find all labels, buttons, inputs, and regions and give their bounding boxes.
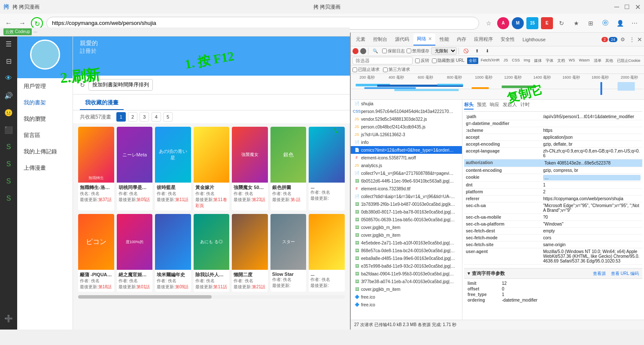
minimize-btn[interactable]: ─ <box>614 3 619 11</box>
devtools-tab-lighthouse[interactable]: Lighthouse <box>519 34 549 46</box>
third-party-check[interactable]: 第三方请求 <box>383 67 410 73</box>
devtools-search-input[interactable] <box>352 57 413 64</box>
import-btn[interactable]: ⬆ <box>473 48 481 54</box>
nav-item-upload-manga[interactable]: 上傳漫畫 <box>17 160 73 176</box>
file-item-avatar[interactable]: 🖼 6b0512d6-44f6-11ec-99e6-93410bc563a8.j… <box>351 177 462 185</box>
preserve-log-check[interactable]: 保留日志 <box>382 48 405 54</box>
file-item-img4[interactable]: 🖼 4e5ebdee-2a71-11eb-a10f-00163e0ca5bd.j… <box>351 239 462 247</box>
filter-img[interactable]: Img <box>522 58 532 64</box>
query-params-header[interactable]: ▾ 查询字符串参数 查看源 查看 URL 编码 <box>464 269 642 279</box>
back-btn[interactable]: ← <box>3 18 14 29</box>
devtools-tab-security[interactable]: 安全性 <box>497 34 518 46</box>
file-item-img2[interactable]: 🖼 0db380d0-8017-11eb-ba78-00163e0ca5bd.j… <box>351 208 462 216</box>
manga-card-11[interactable]: あにも る◎ 除我以外人類全員百合 作者: 佚名 最後更新:第11話 <box>194 214 230 292</box>
manga-card-3[interactable]: あの頃の青い星 彼時藍星 作者: 佚名 最後更新:第11話 <box>155 127 191 211</box>
devtools-tab-elements[interactable]: 元素 <box>352 34 369 46</box>
nav-item-my-bookshelf[interactable]: 我的書架 <box>17 95 73 111</box>
sidebar-icon-s2[interactable]: S <box>1 156 16 172</box>
sidebar-icon-s4[interactable]: S <box>1 191 16 206</box>
export-btn[interactable]: ⬇ <box>483 48 492 54</box>
sidebar-icon-bookmark[interactable]: ⊟ <box>1 53 16 69</box>
file-item-img1[interactable]: 🖼 1b7839f8-2f6b-11e9-b487-00163e0ca5bd.j… <box>351 200 462 208</box>
file-item-vendor-js[interactable]: JS vendor.529d5c348881303de322.js <box>351 115 462 123</box>
more-icon[interactable]: ⋯ <box>629 17 641 29</box>
header-tab-response[interactable]: 响应 <box>490 101 499 110</box>
hide-data-check[interactable]: 隐藏数据 URL <box>432 58 465 64</box>
sidebar-icon-s1[interactable]: S <box>1 139 16 155</box>
manga-card-5[interactable]: 強襲魔女 強襲魔女 501部隊起飛! 作者: 佚名 最後更新:第23話 <box>232 127 268 211</box>
user-avatar-icon[interactable]: A <box>497 17 509 29</box>
blocked-requests-check[interactable]: 已阻止请求 <box>352 67 380 73</box>
file-item-img5[interactable]: 🖼 868e57ca-0de8-11ea-bc24-00163e0ca5bd.j… <box>351 247 462 254</box>
h-scrollbar[interactable] <box>78 295 345 299</box>
filter-manifest[interactable]: 清单 <box>592 58 603 64</box>
page-4[interactable]: 4 <box>152 112 161 122</box>
file-item-analytics[interactable]: JS analytics.js <box>351 162 462 169</box>
file-item-collect[interactable]: 📄 collect?v=1&_v=j96&a=2717608788&t=page… <box>351 169 462 177</box>
network-tab-close[interactable]: ✕ <box>428 36 432 42</box>
invert-check[interactable]: 反转 <box>415 58 429 64</box>
nav-item-comments[interactable]: 留言區 <box>17 127 73 143</box>
sidebar-icon-square[interactable]: ⬛ <box>1 122 16 137</box>
file-item-ga[interactable]: JS js?id=UA-126613662-3 <box>351 131 462 138</box>
filter-media[interactable]: 媒体 <box>533 58 543 64</box>
devtools-tab-sources[interactable]: 源代码 <box>392 34 413 46</box>
tab-my-favorites[interactable]: 我收藏的漫畫 <box>80 96 124 110</box>
manga-card-1[interactable]: 無職轉生 無職轉生-洛琪希也要拿出真本事~ 佚名: 佚名 最後更新:第37話 <box>78 127 114 211</box>
file-item-person-js[interactable]: JS person.c0b48bcf24143cdb9435.js <box>351 123 462 131</box>
manga-card-6[interactable]: 銀色 銀色拼圖 作者: 佚名 最後更新:第-話 <box>270 127 307 211</box>
page-2[interactable]: 2 <box>128 112 137 122</box>
filter-wasm[interactable]: Wasm <box>577 58 591 64</box>
file-item-cover2[interactable]: 🖼 cover.jpg|kb_m_item <box>351 231 462 239</box>
maximize-btn[interactable]: ☐ <box>624 3 630 10</box>
file-item-img3[interactable]: 🖼 0508570c-0639-11ea-bb5c-00163e0ca5bd.j… <box>351 216 462 223</box>
manga-card-4[interactable]: 黃金嫁片 作者: 佚名 最後更新:第11卷彩頁 <box>194 127 230 211</box>
clear-btn[interactable]: 🚫 <box>461 48 471 54</box>
header-tab-initiator[interactable]: 发起人 <box>503 101 517 110</box>
manga-card-9[interactable]: 度100%的 絕之魔宧姬大人 作者: 佚名 最後更新:第01話 <box>117 214 153 292</box>
manga-card-13[interactable]: スター Slow Star 作者: 佚名 最後更新: <box>270 214 307 292</box>
disable-cache-check[interactable]: 禁用缓存 <box>407 48 429 54</box>
filter-ws[interactable]: WS <box>568 58 577 64</box>
edge-icon[interactable]: 15 <box>526 17 538 29</box>
filter-css[interactable]: CSS <box>510 58 521 64</box>
nav-item-user-management[interactable]: 用戶管理 <box>17 78 73 95</box>
file-item-css[interactable]: CSS person.9457c64e5104d454d4c1b43a42221… <box>351 107 462 115</box>
manga-card-7[interactable]: ... 作者: 佚名 最後更新: <box>309 127 345 211</box>
page-5[interactable]: 5 <box>163 112 173 122</box>
file-item-woff[interactable]: F element-icons.535877f1.woff <box>351 154 462 162</box>
file-item-img6[interactable]: 🖼 eeba9a8e-d485-11ea-99e6-00163e0ca5bd.j… <box>351 254 462 262</box>
filter-font[interactable]: 字体 <box>544 58 555 64</box>
profile-btn[interactable]: M <box>512 17 524 29</box>
filter-doc[interactable]: 文档 <box>556 58 566 64</box>
bookmark-star-icon[interactable]: ☆ <box>483 17 495 29</box>
devtools-tab-network[interactable]: 网络 ✕ <box>413 34 435 46</box>
search-icon-btn[interactable]: 🔍 <box>370 48 380 54</box>
file-item-cover3[interactable]: 🖼 cover.jpg|kb_m_item <box>351 285 462 293</box>
nav-item-upload-records[interactable]: 我的上傳記錄 <box>17 143 73 160</box>
throttle-select[interactable]: 无限制 <box>431 47 457 55</box>
sidebar-icon-face[interactable]: 😐 <box>1 105 16 120</box>
filter-all[interactable]: 全部 <box>467 58 478 64</box>
file-item-ico2[interactable]: 🔷 free.ico <box>351 301 462 308</box>
file-item-cover1[interactable]: 🖼 cover.jpg|kb_m_item <box>351 223 462 231</box>
file-item-ttf[interactable]: F element-icons.732389d.ttf <box>351 185 462 192</box>
h-scrollbar-thumb[interactable] <box>78 295 212 299</box>
manga-card-2[interactable]: ニーレMeta 胡桃同學是魔人達人 作者: 佚名 最後更新:第05話 <box>117 127 153 211</box>
file-item-img9[interactable]: 🖼 3f77be38-a074-11eb-a7c4-00163e0ca5bd.j… <box>351 278 462 285</box>
header-tab-preview[interactable]: 预览 <box>477 101 486 110</box>
forward-btn[interactable]: → <box>17 18 27 29</box>
sidebar-icon-menu[interactable]: ☰ <box>1 36 16 52</box>
filter-blocked-cookie[interactable]: 已阻止Cookie <box>616 58 642 64</box>
header-tab-timing[interactable]: 计时 <box>520 101 530 110</box>
devtools-tab-console[interactable]: 控制台 <box>370 34 391 46</box>
file-item-collect2[interactable]: 📄 collect?tdid=&aip=1&r=3&v=1&_v=j96&tid… <box>351 192 462 200</box>
file-item-img8[interactable]: 🖼 ba2fdaac-0904-11e9-95b3-00163e0ca5bd.j… <box>351 270 462 278</box>
stop-btn[interactable] <box>360 48 366 54</box>
record-btn[interactable] <box>352 48 358 54</box>
close-btn[interactable]: ✕ <box>635 3 641 11</box>
filter-fetch-xhr[interactable]: Fetch/XHR <box>480 58 501 64</box>
file-item-comics[interactable]: 📄 comics?limit=12&offset=0&free_type=1&o… <box>351 146 462 154</box>
devtools-tab-performance[interactable]: 性能 <box>436 34 453 46</box>
user-profile-icon[interactable]: 👤 <box>614 17 626 29</box>
